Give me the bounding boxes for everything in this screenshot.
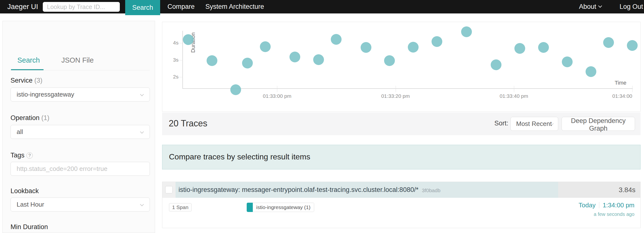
- trace-date-link[interactable]: Today: [579, 202, 596, 209]
- scatter-point[interactable]: [183, 34, 194, 45]
- lookback-label: Lookback: [10, 187, 39, 195]
- top-navbar: Jaeger UI Search Compare System Architec…: [0, 0, 644, 14]
- trace-id: 3f0badb: [422, 188, 440, 194]
- scatter-point[interactable]: [408, 42, 418, 52]
- x-tick-mark: [514, 86, 514, 92]
- search-sidebar: Search JSON File Service (3) istio-ingre…: [2, 21, 155, 233]
- chevron-down-icon: [140, 130, 144, 134]
- trace-header-bar-area: istio-ingressgateway: messager-entrypoin…: [176, 182, 640, 198]
- trace-timestamp: Today1:34:00 pm a few seconds ago: [579, 202, 634, 217]
- tab-search[interactable]: Search: [17, 56, 40, 64]
- scatter-point[interactable]: [331, 34, 342, 45]
- scatter-point[interactable]: [290, 52, 300, 62]
- scatter-point[interactable]: [491, 60, 502, 70]
- scatter-point[interactable]: [538, 42, 549, 53]
- sort-label: Sort:: [494, 120, 508, 127]
- scatter-point[interactable]: [432, 36, 442, 47]
- x-axis-title: Time: [615, 80, 626, 86]
- trace-result-card[interactable]: istio-ingressgateway: messager-entrypoin…: [162, 182, 640, 228]
- scatter-point[interactable]: [206, 55, 217, 66]
- trace-relative-time: a few seconds ago: [579, 212, 634, 217]
- scatter-point[interactable]: [260, 41, 271, 52]
- nav-menu-about[interactable]: About: [579, 0, 602, 14]
- nav-search-button[interactable]: Search: [125, 0, 160, 15]
- trace-duration: 3.84s: [619, 186, 636, 194]
- trace-select-checkbox[interactable]: [165, 186, 172, 194]
- service-select[interactable]: istio-ingressgateway: [10, 88, 150, 102]
- scatter-point[interactable]: [230, 84, 241, 95]
- compare-banner: Compare traces by selecting result items: [162, 145, 640, 170]
- x-tick-mark: [632, 86, 632, 92]
- x-tick-label: 01:33:40 pm: [500, 93, 528, 99]
- scatter-point[interactable]: [384, 55, 395, 66]
- x-tick-label: 01:33:20 pm: [381, 93, 410, 99]
- scatter-point[interactable]: [562, 56, 572, 67]
- trace-count: 20 Traces: [169, 118, 207, 128]
- service-label: Service (3): [10, 77, 42, 84]
- service-count: (3): [34, 77, 42, 84]
- checkbox-strip: [162, 182, 176, 198]
- y-tick-label: 2s: [164, 74, 178, 80]
- scatter-point[interactable]: [313, 54, 324, 65]
- operation-select[interactable]: all: [10, 125, 150, 139]
- scatter-point[interactable]: [461, 26, 472, 37]
- deep-dependency-graph-button[interactable]: Deep Dependency Graph: [562, 117, 635, 131]
- results-main: Duration Time 4s3s2s01:33:00 pm01:33:20 …: [162, 0, 640, 233]
- sort-select-value: Most Recent: [516, 120, 552, 128]
- service-tag-label: istio-ingressgateway (1): [253, 203, 314, 212]
- about-label: About: [579, 3, 596, 10]
- scatter-point[interactable]: [242, 58, 253, 68]
- trace-id-lookup-input[interactable]: [43, 2, 120, 12]
- operation-count: (1): [41, 114, 50, 122]
- results-header-bar: 20 Traces Sort: Most Recent Deep Depende…: [162, 112, 640, 135]
- chevron-down-icon: [140, 202, 144, 206]
- scatter-point[interactable]: [627, 40, 638, 51]
- tags-input[interactable]: [10, 162, 150, 176]
- duration-scatterplot: Duration Time 4s3s2s01:33:00 pm01:33:20 …: [162, 22, 640, 112]
- lookback-select-value: Last Hour: [17, 201, 44, 208]
- operation-select-value: all: [17, 128, 23, 136]
- y-tick-label: 3s: [164, 57, 178, 63]
- min-duration-label: Min Duration: [10, 223, 48, 231]
- tags-label: Tags?: [10, 152, 33, 159]
- x-tick-label: 01:33:00 pm: [263, 93, 292, 99]
- trace-header[interactable]: istio-ingressgateway: messager-entrypoin…: [162, 182, 640, 198]
- nav-link-compare[interactable]: Compare: [168, 0, 194, 14]
- tab-divider: [10, 70, 150, 70]
- help-icon[interactable]: ?: [26, 152, 33, 159]
- lookback-select[interactable]: Last Hour: [10, 198, 150, 212]
- chevron-down-icon: [598, 4, 602, 8]
- y-tick-label: 4s: [164, 40, 178, 46]
- trace-time-link[interactable]: 1:34:00 pm: [603, 202, 634, 209]
- nav-link-system-architecture[interactable]: System Architecture: [206, 0, 264, 14]
- service-select-value: istio-ingressgateway: [17, 91, 74, 98]
- operation-label: Operation (1): [10, 114, 50, 122]
- tab-json-file[interactable]: JSON File: [61, 56, 94, 64]
- timestamp-divider: [599, 202, 599, 208]
- sort-select[interactable]: Most Recent: [510, 117, 558, 131]
- app-brand[interactable]: Jaeger UI: [7, 0, 38, 14]
- span-count-tag: 1 Span: [169, 203, 192, 212]
- x-axis-line: [182, 88, 633, 89]
- service-color-swatch: [247, 203, 253, 212]
- scatter-point[interactable]: [586, 66, 596, 77]
- scatter-point[interactable]: [361, 42, 372, 53]
- chevron-down-icon: [140, 92, 144, 96]
- service-tag: istio-ingressgateway (1): [247, 203, 314, 212]
- scatter-point[interactable]: [514, 43, 525, 54]
- x-tick-label: 01:34:00: [612, 93, 632, 99]
- scatter-point[interactable]: [603, 37, 614, 48]
- trace-title[interactable]: istio-ingressgateway: messager-entrypoin…: [178, 186, 418, 194]
- nav-link-logout[interactable]: Log Out: [620, 0, 643, 14]
- x-tick-mark: [277, 86, 277, 92]
- compare-banner-text: Compare traces by selecting result items: [169, 152, 310, 161]
- x-tick-mark: [396, 86, 396, 92]
